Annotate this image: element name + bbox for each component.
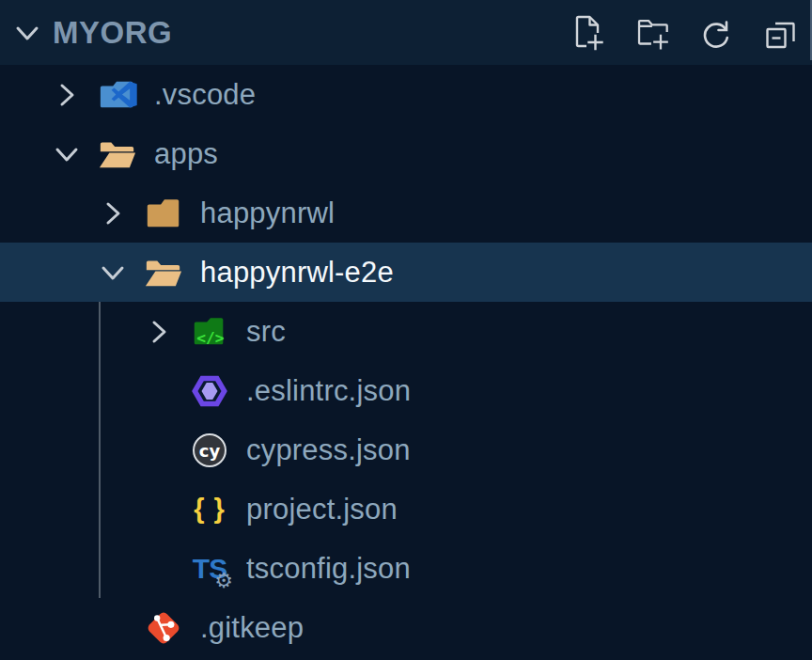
indent-guide: [99, 302, 101, 598]
new-file-icon: [565, 10, 606, 55]
section-title: MYORG: [53, 15, 565, 51]
tree-item-tsconfig-json[interactable]: TS ⚙ tsconfig.json: [0, 539, 812, 598]
eslint-icon: [190, 370, 229, 412]
tree-item-label: src: [246, 315, 286, 349]
tree-item-happynrwl[interactable]: happynrwl: [0, 183, 812, 243]
twistie-spacer: [145, 546, 190, 591]
tree-item-happynrwl-e2e[interactable]: happynrwl-e2e: [0, 243, 812, 302]
tree-item-project-json[interactable]: { } project.json: [0, 479, 812, 539]
refresh-button[interactable]: [695, 10, 736, 55]
tree-item-label: apps: [154, 137, 218, 171]
folder-src-icon: </>: [190, 311, 229, 353]
twistie-spacer: [145, 487, 190, 532]
vscode-folder-icon: [98, 74, 137, 116]
tree-item-label: .vscode: [154, 78, 256, 112]
chevron-down-icon[interactable]: [53, 132, 98, 177]
json-braces-icon: { }: [190, 489, 229, 530]
tree-item-label: .gitkeep: [200, 611, 304, 645]
chevron-right-icon[interactable]: [53, 72, 98, 118]
tree-item-cypress-json[interactable]: cy cypress.json: [0, 420, 812, 479]
chevron-right-icon[interactable]: [99, 191, 144, 236]
file-tree: .vscode apps: [0, 65, 812, 657]
cypress-glyph: cy: [199, 441, 221, 461]
chevron-down-icon[interactable]: [99, 250, 144, 295]
header-actions: [565, 10, 801, 55]
twistie-spacer: [99, 605, 144, 651]
tree-item-vscode[interactable]: .vscode: [0, 65, 812, 124]
chevron-down-icon: [11, 17, 43, 49]
tree-item-src[interactable]: </> src: [0, 302, 812, 361]
collapse-all-icon: [759, 10, 801, 55]
src-code-glyph: </>: [196, 329, 225, 347]
git-icon: [144, 607, 183, 649]
tree-item-eslintrc-json[interactable]: .eslintrc.json: [0, 361, 812, 420]
tree-item-label: tsconfig.json: [246, 552, 411, 586]
new-folder-icon: [630, 10, 671, 55]
new-file-button[interactable]: [565, 10, 606, 55]
tree-item-apps[interactable]: apps: [0, 124, 812, 183]
twistie-spacer: [145, 369, 190, 414]
section-header-myorg[interactable]: MYORG: [0, 0, 812, 65]
tree-item-label: happynrwl: [200, 196, 335, 230]
typescript-config-icon: TS ⚙: [190, 548, 229, 589]
explorer-panel: MYORG: [0, 0, 812, 660]
tree-item-label: cypress.json: [246, 433, 411, 467]
folder-open-icon: [98, 134, 137, 175]
folder-closed-icon: [144, 193, 183, 234]
twistie-spacer: [145, 428, 190, 473]
refresh-icon: [695, 10, 736, 55]
new-folder-button[interactable]: [630, 10, 671, 55]
tree-item-gitkeep[interactable]: .gitkeep: [0, 598, 812, 657]
tree-item-label: project.json: [246, 493, 398, 526]
tree-item-label: happynrwl-e2e: [200, 256, 394, 290]
cypress-icon: cy: [190, 430, 229, 471]
collapse-all-button[interactable]: [759, 10, 801, 55]
chevron-right-icon[interactable]: [145, 309, 190, 354]
tree-item-label: .eslintrc.json: [246, 374, 411, 408]
folder-open-icon: [144, 252, 183, 293]
gear-icon: ⚙: [214, 571, 233, 591]
